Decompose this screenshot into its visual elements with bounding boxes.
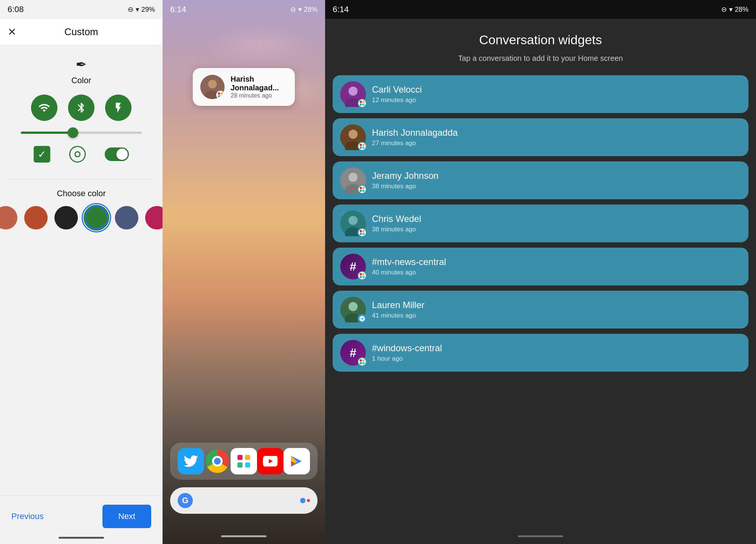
bluetooth-circle-icon[interactable] <box>68 95 94 121</box>
cw-avatar-mtv: # <box>340 254 366 279</box>
status-time-1: 6:08 <box>8 5 24 14</box>
home-dock <box>170 443 318 480</box>
svg-rect-16 <box>360 104 362 106</box>
svg-rect-23 <box>360 147 362 149</box>
slider-thumb[interactable] <box>68 127 78 138</box>
home-status-bar: 6:14 ⊖ ▾ 28% <box>163 0 325 19</box>
svg-point-33 <box>349 216 358 225</box>
dock-playstore[interactable] <box>284 448 310 474</box>
cw-status-icons: ⊖ ▾ 28% <box>721 5 748 14</box>
swatch-4[interactable] <box>115 206 138 229</box>
svg-rect-47 <box>363 360 365 362</box>
cw-item-mtv[interactable]: # #mtv-news-central 40 minutes ago <box>333 248 748 285</box>
cw-time-chris: 38 minutes ago <box>372 226 741 233</box>
cw-wifi-icon: ▾ <box>729 5 733 14</box>
color-slider[interactable] <box>21 132 142 134</box>
status-bar-1: 6:08 ⊖ ▾ 29% <box>0 0 163 19</box>
cw-dnd-icon: ⊖ <box>721 5 727 14</box>
cw-name-chris: Chris Wedel <box>372 214 741 224</box>
swatch-1[interactable] <box>24 206 48 229</box>
slider-track <box>21 132 142 134</box>
cw-slack-badge-carli <box>358 99 367 108</box>
home-search-bar[interactable]: G <box>170 487 318 514</box>
cw-info-harish: Harish Jonnalagadda 27 minutes ago <box>372 127 741 147</box>
dock-twitter[interactable] <box>178 448 204 474</box>
close-button[interactable]: ✕ <box>8 26 16 38</box>
dock-chrome[interactable] <box>204 448 231 474</box>
cw-info-chris: Chris Wedel 38 minutes ago <box>372 214 741 233</box>
cw-slack-badge-harish <box>358 142 367 151</box>
svg-rect-21 <box>360 144 362 146</box>
swatch-3-selected[interactable] <box>85 206 108 229</box>
cw-status-bar: 6:14 ⊖ ▾ 28% <box>325 0 756 19</box>
svg-rect-8 <box>245 455 250 460</box>
cw-status-time: 6:14 <box>333 5 349 14</box>
svg-rect-24 <box>363 147 365 149</box>
cw-slack-badge-jeramy <box>358 185 367 194</box>
svg-rect-49 <box>363 362 365 364</box>
svg-rect-29 <box>363 187 365 189</box>
dock-slack[interactable] <box>231 448 257 474</box>
cw-item-windows[interactable]: # #windows-central 1 hour ago <box>333 334 748 372</box>
toggle-control[interactable] <box>105 147 129 161</box>
flashlight-circle-icon[interactable] <box>105 95 132 121</box>
next-button[interactable]: Next <box>102 505 151 528</box>
cw-item-harish[interactable]: Harish Jonnalagadda 27 minutes ago <box>333 118 748 156</box>
home-battery: 28% <box>304 6 318 14</box>
svg-rect-15 <box>363 101 365 103</box>
svg-point-44 <box>349 302 358 311</box>
cw-info-jeramy: Jeramy Johnson 38 minutes ago <box>372 170 741 190</box>
cw-item-lauren[interactable]: Lauren Miller 41 minutes ago <box>333 291 748 329</box>
widget-avatar <box>200 75 225 99</box>
conversation-widget[interactable]: Harish Jonnalagad... 28 minutes ago <box>193 68 295 106</box>
cw-avatar-carli <box>340 81 366 107</box>
checkbox-control[interactable]: ✓ <box>34 146 50 163</box>
cw-subtitle: Tap a conversation to add it to your Hom… <box>336 53 745 64</box>
home-dnd-icon: ⊖ <box>290 5 296 14</box>
svg-point-26 <box>349 173 358 182</box>
panel-home: 6:14 ⊖ ▾ 28% <box>163 0 325 544</box>
cw-time-harish: 27 minutes ago <box>372 139 741 147</box>
custom-header: ✕ Custom <box>0 19 163 45</box>
radio-control[interactable] <box>69 146 86 163</box>
widget-info: Harish Jonnalagad... 28 minutes ago <box>231 75 287 99</box>
cw-item-chris[interactable]: Chris Wedel 38 minutes ago <box>333 205 748 242</box>
cw-name-lauren: Lauren Miller <box>372 300 741 310</box>
svg-rect-6 <box>221 95 223 98</box>
home-bottom-bar <box>221 535 266 537</box>
svg-rect-22 <box>363 144 365 146</box>
color-label: Color <box>71 76 91 85</box>
swatch-0[interactable] <box>0 206 17 229</box>
svg-rect-40 <box>363 273 365 276</box>
cw-item-carli[interactable]: Carli Velocci 12 minutes ago <box>333 75 748 113</box>
panel-conv-widgets: 6:14 ⊖ ▾ 28% Conversation widgets Tap a … <box>325 0 756 544</box>
swatch-2[interactable] <box>54 206 78 229</box>
battery-1: 29% <box>141 6 155 14</box>
cw-info-mtv: #mtv-news-central 40 minutes ago <box>372 257 741 276</box>
bottom-bar-1 <box>59 537 104 539</box>
choose-color-label: Choose color <box>57 189 106 198</box>
cw-name-mtv: #mtv-news-central <box>372 257 741 267</box>
svg-rect-39 <box>360 273 362 276</box>
cw-avatar-windows: # <box>340 340 366 366</box>
dock-youtube[interactable] <box>257 448 284 474</box>
cw-item-jeramy[interactable]: Jeramy Johnson 38 minutes ago <box>333 161 748 199</box>
svg-rect-4 <box>221 93 223 95</box>
google-g-logo: G <box>178 493 193 508</box>
cw-conversation-list: Carli Velocci 12 minutes ago <box>325 71 756 531</box>
google-mic-icon <box>300 498 310 503</box>
cw-info-lauren: Lauren Miller 41 minutes ago <box>372 300 741 319</box>
cw-time-windows: 1 hour ago <box>372 355 741 363</box>
eyedropper-icon: ✒ <box>76 57 87 73</box>
svg-rect-36 <box>363 230 365 232</box>
home-status-time: 6:14 <box>170 5 186 14</box>
wifi-circle-icon[interactable] <box>31 95 57 121</box>
svg-rect-5 <box>218 95 220 98</box>
cw-time-jeramy: 38 minutes ago <box>372 183 741 190</box>
previous-button[interactable]: Previous <box>11 511 44 521</box>
svg-rect-3 <box>218 93 220 95</box>
svg-point-1 <box>208 80 217 88</box>
svg-rect-35 <box>360 230 362 232</box>
home-status-icons: ⊖ ▾ 28% <box>290 5 318 14</box>
divider-1 <box>8 179 155 180</box>
